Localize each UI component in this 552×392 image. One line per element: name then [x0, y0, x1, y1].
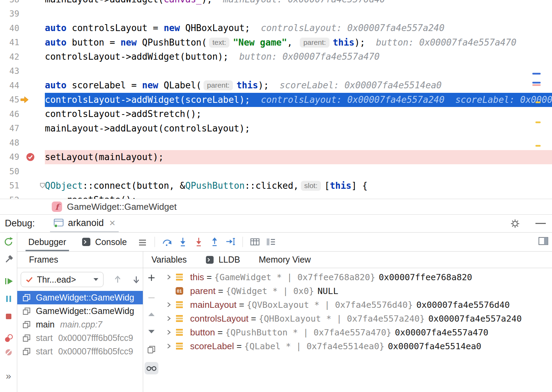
- code-line-40[interactable]: 40auto controlsLayout = new QHBoxLayout;…: [0, 21, 552, 36]
- stack-frame-row[interactable]: start0x00007fff6b05fcc9: [17, 331, 143, 345]
- editor-gutter[interactable]: 42: [0, 50, 45, 64]
- code-line-51[interactable]: 51QObject::connect(button, &QPushButton:…: [0, 179, 552, 193]
- editor-gutter[interactable]: 38: [0, 0, 45, 7]
- stack-frame-row[interactable]: start0x00007fff6b05fcc9: [17, 345, 143, 358]
- gear-icon[interactable]: [510, 218, 520, 229]
- evaluate-expression-icon[interactable]: [247, 234, 263, 250]
- variable-row[interactable]: 01parent = {QWidget * | 0x0}NULL: [160, 284, 552, 298]
- editor-gutter[interactable]: 49: [0, 150, 45, 165]
- more-icon[interactable]: »: [3, 371, 14, 381]
- step-into-icon[interactable]: [175, 234, 191, 250]
- frame-up-icon[interactable]: [113, 275, 122, 284]
- show-watches-icon[interactable]: [145, 362, 158, 374]
- move-up-icon[interactable]: [145, 308, 158, 321]
- remove-watch-icon[interactable]: [145, 292, 158, 304]
- code-line-42[interactable]: 42controlsLayout->addWidget(button); but…: [0, 50, 552, 64]
- code-text: setLayout(mainLayout);: [45, 150, 552, 165]
- code-line-45[interactable]: 45controlsLayout->addWidget(scoreLabel);…: [0, 93, 552, 107]
- chevron-right-icon[interactable]: [166, 329, 172, 335]
- variables-header: Variables LLDB Memory View: [143, 252, 552, 268]
- chevron-right-icon[interactable]: [166, 315, 172, 322]
- chevron-right-icon[interactable]: [166, 274, 172, 280]
- tab-console[interactable]: Console: [74, 233, 135, 251]
- stripe-mark[interactable]: [535, 121, 541, 123]
- rerun-icon[interactable]: [3, 236, 14, 247]
- fold-marker-icon[interactable]: [39, 182, 46, 189]
- run-to-cursor-icon[interactable]: [223, 234, 238, 250]
- duplicate-icon[interactable]: [145, 343, 158, 356]
- thread-selector[interactable]: Thr...ead>: [21, 272, 103, 287]
- mute-breakpoints-icon[interactable]: [3, 347, 14, 357]
- editor-gutter[interactable]: 48: [0, 136, 45, 150]
- stack-frame-row[interactable]: mainmain.cpp:7: [17, 318, 143, 331]
- stop-icon[interactable]: [3, 311, 14, 322]
- breadcrumb-function[interactable]: GameWidget::GameWidget: [67, 202, 177, 212]
- editor-gutter[interactable]: 44: [0, 78, 45, 93]
- debug-toolwindow-header: Debug: arkanoid ×: [0, 215, 552, 233]
- variables-tree: this = {GameWidget * | 0x7ffee768a820}0x…: [160, 268, 552, 392]
- resume-icon[interactable]: [3, 276, 14, 286]
- tab-arkanoid[interactable]: arkanoid ×: [50, 215, 119, 232]
- code-line-43[interactable]: 43: [0, 64, 552, 79]
- editor-gutter[interactable]: 51: [0, 179, 45, 193]
- execution-pointer-icon: [20, 96, 29, 104]
- tab-memory-view[interactable]: Memory View: [259, 255, 311, 265]
- code-line-47[interactable]: 47mainLayout->addLayout(controlsLayout);: [0, 121, 552, 136]
- tab-variables[interactable]: Variables: [151, 255, 187, 265]
- close-icon[interactable]: ×: [109, 218, 116, 228]
- hide-icon[interactable]: [535, 223, 546, 224]
- code-line-38[interactable]: 38mainLayout->addWidget(canvas_); mainLa…: [0, 0, 552, 7]
- code-line-49[interactable]: 49setLayout(mainLayout);: [0, 150, 552, 165]
- variable-row[interactable]: scoreLabel = {QLabel * | 0x7fa4e5514ea0}…: [160, 339, 552, 353]
- editor-gutter[interactable]: 40: [0, 21, 45, 36]
- stack-frame-row[interactable]: GameWidget::GameWidg: [17, 291, 143, 304]
- frame-down-icon[interactable]: [132, 275, 141, 284]
- code-line-39[interactable]: 39: [0, 7, 552, 21]
- variable-row[interactable]: button = {QPushButton * | 0x7fa4e557a470…: [160, 325, 552, 339]
- line-number: 38: [0, 0, 19, 4]
- editor-gutter[interactable]: 45: [0, 93, 45, 107]
- editor-gutter[interactable]: 52: [0, 193, 45, 199]
- stripe-mark[interactable]: [532, 84, 541, 86]
- editor-gutter[interactable]: 46: [0, 107, 45, 121]
- add-watch-icon[interactable]: [145, 272, 158, 284]
- editor-gutter[interactable]: 50: [0, 164, 45, 179]
- function-icon: f: [52, 202, 62, 212]
- build-icon[interactable]: [3, 254, 14, 265]
- chevron-right-icon[interactable]: [166, 302, 172, 308]
- breakpoint-icon[interactable]: [26, 152, 35, 162]
- editor-gutter[interactable]: 43: [0, 64, 45, 79]
- code-line-52[interactable]: 52 resetState();: [0, 193, 552, 199]
- code-line-50[interactable]: 50: [0, 164, 552, 179]
- variable-row[interactable]: this = {GameWidget * | 0x7ffee768a820}0x…: [160, 270, 552, 284]
- stripe-mark[interactable]: [532, 82, 541, 84]
- force-step-into-icon[interactable]: [191, 234, 207, 250]
- editor-gutter[interactable]: 47: [0, 121, 45, 136]
- code-line-41[interactable]: 41auto button = new QPushButton(text:"Ne…: [0, 36, 552, 50]
- step-out-icon[interactable]: [207, 234, 223, 250]
- tab-options-icon[interactable]: [135, 234, 150, 250]
- editor-gutter[interactable]: 41: [0, 36, 45, 50]
- variables-panel: Variables LLDB Memory View: [143, 252, 552, 392]
- variable-row[interactable]: controlsLayout = {QHBoxLayout * | 0x7fa4…: [160, 312, 552, 325]
- stack-frame-row[interactable]: GameWidget::GameWidg: [17, 304, 143, 318]
- step-over-icon[interactable]: [159, 234, 175, 250]
- move-down-icon[interactable]: [145, 325, 158, 338]
- stripe-mark[interactable]: [535, 101, 541, 103]
- variable-row[interactable]: mainLayout = {QVBoxLayout * | 0x7fa4e557…: [160, 298, 552, 312]
- pause-icon[interactable]: [3, 294, 14, 304]
- code-line-48[interactable]: 48: [0, 136, 552, 150]
- restore-layout-icon[interactable]: [538, 236, 552, 247]
- view-breakpoints-icon[interactable]: [3, 333, 14, 344]
- debug-label: Debug:: [5, 218, 35, 229]
- code-line-44[interactable]: 44auto scoreLabel = new QLabel(parent:th…: [0, 78, 552, 93]
- tab-debugger[interactable]: Debugger: [21, 233, 74, 251]
- tab-lldb[interactable]: LLDB: [205, 255, 240, 265]
- editor-gutter[interactable]: 39: [0, 7, 45, 21]
- stripe-mark[interactable]: [532, 73, 541, 75]
- code-editor[interactable]: 38mainLayout->addWidget(canvas_); mainLa…: [0, 0, 552, 199]
- stripe-mark[interactable]: [535, 145, 541, 147]
- chevron-right-icon[interactable]: [166, 343, 172, 349]
- code-line-46[interactable]: 46controlsLayout->addStretch();: [0, 107, 552, 121]
- layout-settings-icon[interactable]: [263, 234, 279, 250]
